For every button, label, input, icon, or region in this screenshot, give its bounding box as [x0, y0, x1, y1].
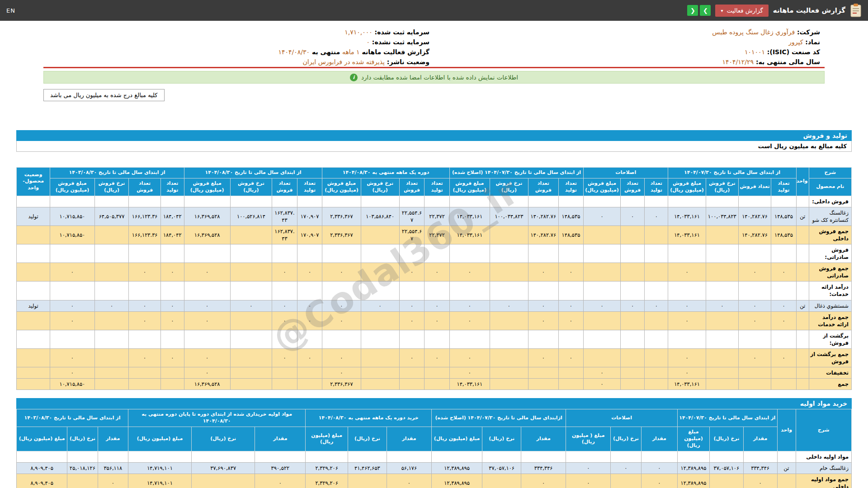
- info-value: ۱۴۰۴/۱۲/۲۹: [722, 58, 754, 66]
- value-cell: ۰: [425, 349, 450, 367]
- value-cell: [528, 330, 558, 348]
- value-cell: [361, 330, 399, 348]
- value-cell: ۰: [620, 300, 645, 311]
- value-cell: [620, 225, 645, 244]
- value-cell: ۰: [668, 311, 706, 330]
- value-cell: ۱۴,۰۳۳,۱۶۱: [668, 225, 706, 244]
- value-cell: [528, 244, 558, 263]
- previous-report-button[interactable]: ❮: [687, 5, 698, 16]
- chevron-down-icon: ▾: [721, 8, 723, 13]
- value-cell: ۰: [528, 300, 558, 311]
- value-cell: ۱۴۸,۵۳۵: [771, 225, 797, 244]
- value-cell: ۰: [743, 474, 777, 488]
- info-value: ۱,۷۱۰,۰۰۰: [344, 28, 373, 36]
- column-header: از ابتدای سال مالی تا تاریخ ۱۴۰۳/۰۸/۳۰: [17, 409, 128, 427]
- next-report-button[interactable]: ❯: [700, 5, 711, 16]
- table-row: جمع مواد اولیه داخلی۰۱۲,۳۸۹,۸۹۵۰۰۰۱۲,۳۸۹…: [17, 474, 852, 488]
- value-cell: ۰: [558, 311, 584, 330]
- value-cell: [184, 244, 230, 263]
- value-cell: ۱۴,۰۳۳,۱۶۱: [449, 207, 490, 225]
- info-row: نماد: کپرورسرمایه ثبت نشده: ۰: [43, 37, 825, 47]
- value-cell: [160, 330, 184, 348]
- value-cell: [528, 379, 558, 390]
- value-cell: [50, 330, 94, 348]
- value-cell: ۰: [322, 349, 361, 367]
- report-type-dropdown[interactable]: گزارش فعالیت ▾: [715, 5, 768, 17]
- product-status-cell: [17, 379, 50, 390]
- value-cell: [490, 367, 528, 379]
- row-label: فروش صادراتی:: [809, 244, 851, 263]
- value-cell: ۱۰,۷۱۵,۸۵۰: [50, 379, 94, 390]
- unit-cell: [796, 330, 809, 348]
- value-cell: ۶۴,۵۰۵,۳۷۷: [94, 207, 129, 225]
- value-cell: ۳۳۴,۳۴۶: [521, 462, 566, 474]
- value-cell: ۰: [184, 349, 230, 367]
- row-label: تخفیفات: [809, 367, 851, 379]
- value-cell: ۰: [558, 300, 584, 311]
- value-cell: [272, 330, 297, 348]
- value-cell: ۱۴,۷۱۹,۱۰۱: [128, 474, 191, 488]
- value-cell: ۰: [449, 349, 490, 367]
- value-cell: [558, 367, 584, 379]
- value-cell: [94, 244, 129, 263]
- value-cell: ۰: [528, 263, 558, 282]
- unit-cell: [796, 244, 809, 263]
- value-cell: [645, 263, 668, 282]
- value-cell: ۰: [160, 263, 184, 282]
- row-label: جمع برگشت از فروش: [809, 349, 851, 367]
- amounts-unit-note-button[interactable]: کلیه مبالغ درج شده به میلیون ریال می باش…: [43, 89, 165, 101]
- info-cell: سال مالی منتهی به: ۱۴۰۴/۱۲/۲۹: [434, 57, 825, 67]
- info-label: شرکت:: [795, 28, 820, 36]
- column-header: مقدار: [641, 427, 677, 451]
- value-cell: [230, 349, 272, 367]
- value-cell: [611, 451, 641, 462]
- table-row: برگشت از فروش:: [17, 330, 852, 348]
- column-header: مبلغ فروش (میلیون ریال): [50, 178, 94, 196]
- value-cell: [306, 451, 348, 462]
- info-label: کد صنعت (ISIC):: [765, 48, 820, 56]
- column-header: شرح: [809, 168, 851, 178]
- value-cell: [98, 451, 128, 462]
- unit-cell: تن: [777, 462, 796, 474]
- value-cell: [668, 330, 706, 348]
- value-cell: [645, 330, 668, 348]
- column-header: مبلغ (میلیون ریال): [677, 427, 709, 451]
- value-cell: [361, 311, 399, 330]
- value-cell: ۱۶۲,۸۳۷.۴۳: [272, 207, 297, 225]
- value-cell: [490, 225, 528, 244]
- column-header: مبلغ ( میلیون ریال): [566, 427, 611, 451]
- column-header: نرخ فروش (ریال): [706, 178, 738, 196]
- row-label: جمع فروش داخلی: [809, 225, 851, 244]
- value-cell: [677, 451, 709, 462]
- value-cell: [706, 225, 738, 244]
- info-value: ۱۰۱۰۰۱: [745, 48, 765, 56]
- value-cell: ۱۰۰,۰۳۴,۸۲۳: [490, 207, 528, 225]
- language-toggle[interactable]: EN: [6, 7, 15, 14]
- value-cell: ۰: [584, 207, 621, 225]
- value-cell: [230, 311, 272, 330]
- value-cell: ۱۶۲,۸۳۷.۴۳: [272, 225, 297, 244]
- value-cell: ۱۴۸,۵۳۵: [558, 207, 584, 225]
- value-cell: ۰: [129, 300, 160, 311]
- value-cell: ۲,۳۳۶,۳۶۷: [322, 225, 361, 244]
- info-value: کپرور: [788, 38, 803, 46]
- header-row: شرحواحداز ابتدای سال مالی تا تاریخ ۱۴۰۴/…: [17, 168, 852, 178]
- value-cell: ۰: [641, 462, 677, 474]
- value-cell: [771, 282, 797, 300]
- info-cell: کد صنعت (ISIC): ۱۰۱۰۰۱: [434, 47, 825, 57]
- table-row: زغالسنگ خامتن۳۳۴,۳۴۶۳۷,۰۵۷,۱۰۶۱۲,۳۸۹,۸۹۵…: [17, 462, 852, 474]
- value-cell: ۰: [584, 367, 621, 379]
- column-header: اصلاحات: [584, 168, 668, 178]
- value-cell: [706, 367, 738, 379]
- value-cell: [361, 244, 399, 263]
- value-cell: ۱۲,۳۸۹,۸۹۵: [677, 474, 709, 488]
- value-cell: ۰: [611, 462, 641, 474]
- table-row: شستشوي ذغالتن۰۰۰۰۰۰۰۰۰۰۰۰۰۰۰۰۰۰۰۰۰۰۰تولی…: [17, 300, 852, 311]
- value-cell: ۲,۳۲۹,۲۰۶: [306, 474, 348, 488]
- value-cell: [668, 282, 706, 300]
- value-cell: [67, 451, 98, 462]
- sales-section-header: تولید و فروش: [16, 130, 852, 141]
- value-cell: ۱۴۰,۲۸۲.۷۶: [528, 225, 558, 244]
- company-info-table: شرکت: فرآوري زغال سنگ پروده طبسسرمایه ثب…: [43, 27, 825, 67]
- value-cell: ۰: [230, 300, 272, 311]
